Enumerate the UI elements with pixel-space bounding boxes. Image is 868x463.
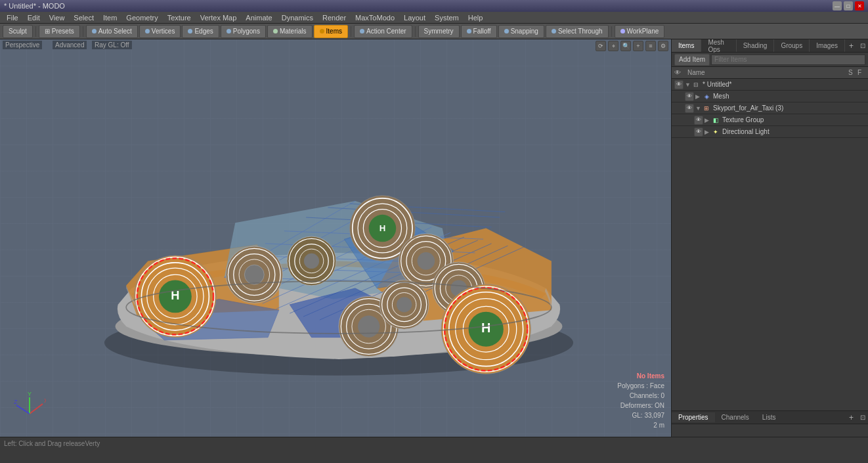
panel-resize-button[interactable]: ⊡ [857, 41, 868, 51]
app-title: * Untitled* - MODO [4, 2, 65, 10]
vp-menu-button[interactable]: ≡ [645, 41, 656, 51]
menu-texture[interactable]: Texture [163, 13, 195, 22]
svg-point-48 [418, 252, 435, 270]
helipad-center-left [226, 246, 282, 303]
menu-maxtomodo[interactable]: MaxToModo [351, 13, 399, 22]
panel-tab-plus[interactable]: + [845, 40, 857, 52]
snapping-button[interactable]: Snapping [498, 25, 544, 38]
auto-select-button[interactable]: Auto Select [86, 25, 138, 38]
sep1 [35, 26, 36, 37]
menu-layout[interactable]: Layout [400, 13, 429, 22]
polygons-status: Polygons : Face [617, 381, 664, 391]
vp-center-button[interactable]: ⌖ [608, 41, 618, 51]
menu-system[interactable]: System [431, 13, 463, 22]
bottom-panel-content [672, 424, 868, 437]
eye-directional-light[interactable]: 👁 [694, 127, 703, 137]
menu-vertex-map[interactable]: Vertex Map [196, 13, 241, 22]
viewport[interactable]: Perspective Advanced Ray GL: Off ⟳ ⌖ 🔍 +… [0, 39, 671, 437]
menu-file[interactable]: File [3, 13, 22, 22]
vp-reset-button[interactable]: ⟳ [596, 41, 606, 51]
vertices-button[interactable]: Vertices [139, 25, 181, 38]
falloff-button[interactable]: Falloff [461, 25, 497, 38]
menu-edit[interactable]: Edit [24, 13, 44, 22]
tab-items[interactable]: Items [672, 39, 701, 52]
polygons-button[interactable]: Polygons [221, 25, 266, 38]
close-button[interactable]: ✕ [855, 1, 864, 11]
toolbar: Sculpt ⊞ Presets Auto Select Vertices Ed… [0, 24, 868, 39]
materials-dot [273, 29, 278, 33]
action-center-button[interactable]: Action Center [354, 25, 412, 38]
bottom-panel-resize[interactable]: ⊡ [857, 412, 868, 422]
tree-item-directional-light[interactable]: 👁 ▶ ✦ Directional Light [672, 126, 868, 138]
menu-geometry[interactable]: Geometry [122, 13, 162, 22]
sep3 [351, 26, 351, 37]
edges-button[interactable]: Edges [182, 25, 219, 38]
menu-item[interactable]: Item [99, 13, 121, 22]
items-button[interactable]: Items [314, 25, 348, 38]
label-skyport: Skyport_for_Air_Taxi (3) [713, 104, 868, 112]
vp-plus-button[interactable]: + [633, 41, 643, 51]
tree-item-texture-group[interactable]: 👁 ▶ ◧ Texture Group [672, 114, 868, 126]
vp-zoom-button[interactable]: 🔍 [620, 41, 631, 51]
svg-point-38 [244, 265, 264, 284]
symmetry-button[interactable]: Symmetry [418, 25, 460, 38]
tab-lists[interactable]: Lists [756, 412, 783, 422]
panel-tabs: Items Mesh Ops Shading Groups Images + ⊡ [672, 39, 868, 53]
eye-texture-group[interactable]: 👁 [694, 116, 703, 125]
maximize-button[interactable]: □ [844, 1, 853, 11]
minimize-button[interactable]: — [833, 1, 842, 11]
menu-render[interactable]: Render [318, 13, 350, 22]
sep4 [415, 26, 416, 37]
icon-skyport: ⊞ [702, 104, 711, 113]
bottom-panel: Properties Channels Lists + ⊡ [672, 410, 868, 437]
expand-directional-light[interactable]: ▶ [705, 129, 711, 135]
title-bar: * Untitled* - MODO — □ ✕ [0, 0, 868, 12]
select-through-button[interactable]: Select Through [546, 25, 609, 38]
bottom-tab-plus[interactable]: + [845, 412, 857, 424]
tab-properties[interactable]: Properties [672, 412, 715, 422]
menu-animate[interactable]: Animate [242, 13, 276, 22]
vp-settings-button[interactable]: ⚙ [658, 41, 668, 51]
tab-mesh-ops[interactable]: Mesh Ops [701, 39, 736, 52]
svg-text:Z: Z [14, 399, 18, 405]
expand-mesh[interactable]: ▶ [695, 93, 702, 100]
column-headers: 👁 Name S F [672, 67, 868, 79]
menu-bar: File Edit View Select Item Geometry Text… [0, 12, 868, 24]
workplane-button[interactable]: WorkPlane [615, 25, 665, 38]
eye-untitled[interactable]: 👁 [674, 80, 684, 89]
window-controls: — □ ✕ [833, 1, 864, 11]
vertices-dot [145, 29, 150, 33]
snapping-dot [504, 29, 509, 33]
menu-dynamics[interactable]: Dynamics [278, 13, 317, 22]
sculpt-button[interactable]: Sculpt [3, 25, 33, 38]
action-center-dot [360, 29, 364, 33]
eye-skyport[interactable]: 👁 [685, 104, 694, 113]
filter-items-input[interactable] [711, 55, 865, 65]
tab-channels[interactable]: Channels [715, 412, 756, 422]
model-container: H H [20, 92, 658, 397]
svg-text:H: H [380, 223, 386, 233]
tree-item-mesh[interactable]: 👁 ▶ ◈ Mesh [672, 91, 868, 102]
axis-indicator: X Y Z [13, 391, 46, 424]
materials-button[interactable]: Materials [267, 25, 313, 38]
right-panel: Items Mesh Ops Shading Groups Images + ⊡… [671, 39, 868, 437]
expand-texture-group[interactable]: ▶ [705, 117, 711, 123]
tab-groups[interactable]: Groups [774, 39, 810, 52]
menu-select[interactable]: Select [70, 13, 98, 22]
channels-status: Channels: 0 [617, 391, 664, 401]
status-overlay: No Items Polygons : Face Channels: 0 Def… [617, 371, 664, 430]
menu-view[interactable]: View [45, 13, 69, 22]
tab-images[interactable]: Images [810, 39, 845, 52]
eye-mesh[interactable]: 👁 [685, 92, 694, 101]
add-item-button[interactable]: Add Item [674, 54, 710, 66]
items-dot [320, 29, 324, 33]
expand-skyport[interactable]: ▼ [695, 105, 702, 112]
tree-item-skyport[interactable]: 👁 ▼ ⊞ Skyport_for_Air_Taxi (3) [672, 102, 868, 114]
presets-button[interactable]: ⊞ Presets [39, 25, 80, 38]
tree-item-untitled[interactable]: 👁 ▼ ⊟ * Untitled* [672, 79, 868, 91]
expand-untitled[interactable]: ▼ [685, 81, 691, 88]
menu-help[interactable]: Help [464, 13, 487, 22]
col-eye: 👁 [674, 69, 684, 76]
tab-shading[interactable]: Shading [737, 39, 775, 52]
svg-point-43 [304, 254, 319, 269]
